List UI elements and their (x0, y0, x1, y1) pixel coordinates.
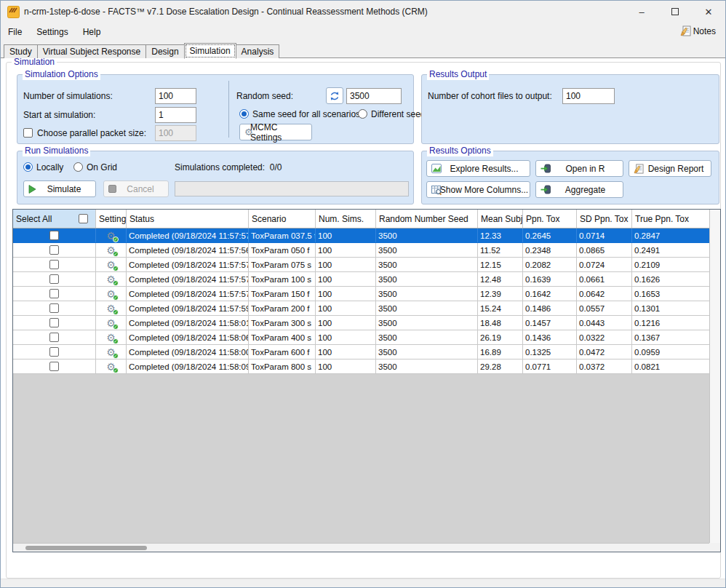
cancel-button[interactable]: Cancel (103, 180, 169, 197)
row-settings-cell[interactable]: ⚙✓ (96, 359, 127, 373)
parallel-packet-checkbox[interactable] (23, 128, 33, 138)
close-button[interactable]: ✕ (692, 1, 725, 23)
row-settings-cell[interactable]: ⚙✓ (96, 345, 127, 359)
tab-design[interactable]: Design (145, 44, 184, 58)
tab-study[interactable]: Study (4, 44, 38, 58)
row-sd-ppn-tox-cell: 0.0642 (577, 287, 632, 301)
aggregate-button[interactable]: Aggregate (535, 181, 623, 198)
sd-ppn-tox-header[interactable]: SD Ppn. Tox (577, 210, 632, 228)
same-seed-radio[interactable] (239, 109, 249, 119)
settings-gear-icon[interactable]: ⚙✓ (105, 259, 117, 271)
row-checkbox[interactable] (49, 231, 59, 240)
row-checkbox[interactable] (49, 260, 59, 269)
maximize-button[interactable] (658, 1, 692, 23)
row-checkbox[interactable] (49, 318, 59, 327)
horizontal-scrollbar-thumb[interactable] (25, 546, 147, 550)
settings-gear-icon[interactable]: ⚙✓ (105, 346, 117, 358)
row-settings-cell[interactable]: ⚙✓ (96, 229, 127, 242)
random-seed-input[interactable] (346, 88, 402, 104)
mcmc-settings-button[interactable]: ⚙ MCMC Settings (239, 124, 312, 140)
row-select-cell[interactable] (13, 243, 96, 257)
start-at-simulation-input[interactable] (155, 107, 196, 123)
row-select-cell[interactable] (13, 316, 96, 330)
row-select-cell[interactable] (13, 229, 96, 242)
row-settings-cell[interactable]: ⚙✓ (96, 258, 127, 271)
vertical-scrollbar[interactable] (709, 210, 720, 543)
row-settings-cell[interactable]: ⚙✓ (96, 301, 127, 315)
table-row[interactable]: ⚙✓Completed (09/18/2024 11:58:01)ToxPara… (13, 316, 709, 330)
show-more-columns-button[interactable]: Show More Columns... (426, 181, 530, 198)
table-row[interactable]: ⚙✓Completed (09/18/2024 11:57:57)ToxPara… (13, 272, 709, 287)
cancel-label: Cancel (127, 184, 153, 194)
settings-gear-icon[interactable]: ⚙✓ (105, 288, 117, 300)
simulation-group-caption: Simulation (12, 57, 57, 68)
row-ppn-tox-cell: 0.0771 (523, 359, 577, 373)
row-checkbox[interactable] (49, 245, 59, 255)
row-select-cell[interactable] (13, 359, 96, 373)
tab-virtual-subject-response[interactable]: Virtual Subject Response (37, 44, 147, 58)
num-sims-header[interactable]: Num. Sims. (316, 210, 376, 228)
design-report-button[interactable]: Design Report (629, 160, 711, 177)
row-select-cell[interactable] (13, 287, 96, 301)
refresh-seed-button[interactable] (326, 87, 343, 104)
table-row[interactable]: ⚙✓Completed (09/18/2024 11:57:59)ToxPara… (13, 301, 709, 316)
settings-gear-icon[interactable]: ⚙✓ (105, 303, 117, 314)
settings-gear-icon[interactable]: ⚙✓ (105, 332, 117, 343)
on-grid-radio[interactable] (73, 162, 83, 172)
row-checkbox[interactable] (49, 333, 59, 342)
horizontal-scrollbar[interactable] (13, 543, 709, 552)
row-select-cell[interactable] (13, 330, 96, 344)
row-settings-cell[interactable]: ⚙✓ (96, 316, 127, 330)
row-settings-cell[interactable]: ⚙✓ (96, 272, 127, 286)
row-settings-cell[interactable]: ⚙✓ (96, 287, 127, 301)
open-in-r-button[interactable]: Open in R (535, 160, 623, 177)
row-settings-cell[interactable]: ⚙✓ (96, 243, 127, 257)
settings-gear-icon[interactable]: ⚙✓ (105, 245, 117, 256)
table-row[interactable]: ⚙✓Completed (09/18/2024 11:58:09)ToxPara… (13, 359, 709, 374)
table-row[interactable]: ⚙✓Completed (09/18/2024 11:58:06)ToxPara… (13, 330, 709, 345)
simulate-button[interactable]: Simulate (23, 180, 96, 197)
menu-help[interactable]: Help (76, 23, 108, 42)
settings-gear-icon[interactable]: ⚙✓ (105, 361, 117, 373)
table-row[interactable]: ⚙✓Completed (09/18/2024 11:57:56)ToxPara… (13, 243, 709, 258)
num-simulations-input[interactable] (155, 88, 196, 104)
tab-analysis[interactable]: Analysis (236, 44, 280, 58)
locally-radio[interactable] (23, 162, 33, 172)
ppn-tox-header[interactable]: Ppn. Tox (523, 210, 577, 228)
minimize-button[interactable]: – (625, 1, 658, 23)
notes-button[interactable]: Notes (677, 24, 719, 38)
select-all-header[interactable]: Select All (13, 210, 96, 228)
different-seed-radio[interactable] (358, 109, 367, 119)
row-checkbox[interactable] (49, 347, 59, 357)
settings-gear-icon[interactable]: ⚙✓ (105, 317, 117, 329)
simulation-tab-page: Simulation Simulation Options Number of … (1, 58, 725, 579)
row-select-cell[interactable] (13, 301, 96, 315)
scenario-header[interactable]: Scenario (249, 210, 316, 228)
settings-header[interactable]: Settings (96, 210, 127, 228)
table-row[interactable]: ⚙✓Completed (09/18/2024 11:58:00)ToxPara… (13, 345, 709, 359)
row-ppn-tox-cell: 0.1642 (523, 287, 577, 301)
table-row[interactable]: ⚙✓Completed (09/18/2024 11:57:57)ToxPara… (13, 258, 709, 272)
row-checkbox[interactable] (49, 362, 59, 371)
row-checkbox[interactable] (49, 274, 59, 284)
row-select-cell[interactable] (13, 345, 96, 359)
explore-results-button[interactable]: Explore Results... (426, 160, 530, 177)
true-ppn-tox-header[interactable]: True Ppn. Tox (632, 210, 709, 228)
table-row[interactable]: ⚙✓Completed (09/18/2024 11:57:57)ToxPara… (13, 287, 709, 301)
row-select-cell[interactable] (13, 258, 96, 271)
row-select-cell[interactable] (13, 272, 96, 286)
table-row[interactable]: ⚙✓Completed (09/18/2024 11:57:57)ToxPara… (13, 229, 709, 243)
tab-simulation[interactable]: Simulation (184, 43, 236, 59)
row-settings-cell[interactable]: ⚙✓ (96, 330, 127, 344)
menu-file[interactable]: File (1, 23, 29, 42)
settings-gear-icon[interactable]: ⚙✓ (105, 230, 117, 242)
select-all-checkbox[interactable] (79, 214, 88, 223)
settings-gear-icon[interactable]: ⚙✓ (105, 274, 117, 285)
random-seed-header[interactable]: Random Number Seed (376, 210, 478, 228)
menu-settings[interactable]: Settings (29, 23, 75, 42)
mean-subj-header[interactable]: Mean Subj. (478, 210, 523, 228)
cohort-files-input[interactable] (562, 88, 615, 104)
row-checkbox[interactable] (49, 303, 59, 313)
status-header[interactable]: Status (127, 210, 249, 228)
row-checkbox[interactable] (49, 289, 59, 298)
